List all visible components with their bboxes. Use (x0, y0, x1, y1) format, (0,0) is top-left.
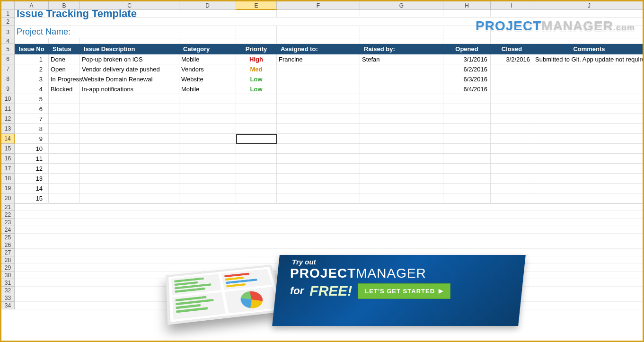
cell-description[interactable] (80, 104, 179, 114)
cell-blank[interactable] (360, 38, 443, 44)
cell-status[interactable] (49, 124, 80, 134)
row-header-33[interactable]: 33 (1, 294, 15, 302)
row-body[interactable] (15, 226, 643, 234)
cell-issue-no[interactable]: 4 (15, 84, 49, 94)
cell-comments[interactable] (533, 104, 644, 114)
cell-assigned[interactable] (277, 64, 360, 74)
cell-description[interactable]: Pop-up broken on iOS (80, 54, 179, 64)
row-body[interactable] (15, 241, 643, 249)
cell-comments[interactable]: Submitted to Git. App update not require… (533, 54, 644, 64)
cell-raised[interactable] (360, 114, 443, 124)
cell-assigned[interactable] (277, 174, 360, 184)
cell-issue-no[interactable]: 3 (15, 74, 49, 84)
cell-opened[interactable] (443, 184, 491, 193)
cell-issue-no[interactable]: 7 (15, 114, 49, 124)
cell-raised[interactable] (360, 184, 443, 193)
cell-assigned[interactable] (277, 144, 360, 154)
row-body[interactable] (15, 256, 643, 264)
row-header-22[interactable]: 22 (1, 211, 15, 219)
row-body[interactable] (15, 234, 643, 241)
cell-comments[interactable] (533, 193, 644, 203)
cell-issue-no[interactable]: 14 (15, 184, 49, 193)
row-body[interactable] (15, 287, 643, 294)
cell-status[interactable]: In Progress (49, 74, 80, 84)
row-body[interactable] (15, 264, 643, 272)
cell-issue-no[interactable]: 13 (15, 174, 49, 184)
cell-priority[interactable] (236, 193, 277, 203)
cell-assigned[interactable] (277, 134, 360, 144)
promo-cta-button[interactable]: LET'S GET STARTED ▶ (358, 283, 450, 299)
cell-assigned[interactable] (277, 164, 360, 174)
cell-priority[interactable] (236, 94, 277, 104)
col-header-H[interactable]: H (443, 1, 491, 10)
table-header-raised_by[interactable]: Raised by: (360, 44, 443, 54)
cell-comments[interactable] (533, 74, 644, 84)
cell-priority[interactable] (236, 184, 277, 193)
cell-comments[interactable] (533, 164, 644, 174)
row-header-13[interactable]: 13 (1, 124, 15, 134)
cell-raised[interactable] (360, 124, 443, 134)
cell-category[interactable] (179, 114, 236, 124)
row-header-19[interactable]: 19 (1, 184, 15, 193)
cell-closed[interactable] (491, 154, 533, 164)
cell-description[interactable] (80, 134, 179, 144)
cell-category[interactable] (179, 154, 236, 164)
cell-assigned[interactable] (277, 184, 360, 193)
row-header-24[interactable]: 24 (1, 226, 15, 234)
cell-priority[interactable]: High (236, 54, 277, 64)
table-header-closed[interactable]: Closed (491, 44, 533, 54)
cell-closed[interactable] (491, 64, 533, 74)
cell-status[interactable]: Done (49, 54, 80, 64)
cell-assigned[interactable] (277, 154, 360, 164)
cell-opened[interactable] (443, 94, 491, 104)
row-body[interactable] (15, 272, 643, 279)
cell-status[interactable] (49, 154, 80, 164)
row-header-32[interactable]: 32 (1, 287, 15, 294)
cell-category[interactable] (179, 193, 236, 203)
cell-status[interactable]: Open (49, 64, 80, 74)
cell-blank[interactable] (533, 38, 644, 44)
cell-description[interactable]: Vendor delivery date pushed (80, 64, 179, 74)
cell-priority[interactable]: Low (236, 74, 277, 84)
cell-comments[interactable] (533, 174, 644, 184)
cell-category[interactable]: Mobile (179, 84, 236, 94)
row-header-3[interactable]: 3 (1, 26, 15, 38)
table-header-opened[interactable]: Opened (443, 44, 491, 54)
row-header-9[interactable]: 9 (1, 84, 15, 94)
cell-status[interactable] (49, 193, 80, 203)
cell-closed[interactable] (491, 84, 533, 94)
row-body[interactable] (15, 302, 643, 309)
cell-raised[interactable] (360, 174, 443, 184)
cell-category[interactable] (179, 174, 236, 184)
cell-description[interactable] (80, 174, 179, 184)
cell-blank[interactable] (236, 26, 277, 38)
cell-closed[interactable] (491, 114, 533, 124)
cell-status[interactable] (49, 174, 80, 184)
table-header-assigned_to[interactable]: Assigned to: (277, 44, 360, 54)
cell-status[interactable] (49, 184, 80, 193)
cell-comments[interactable] (533, 134, 644, 144)
cell-closed[interactable] (491, 74, 533, 84)
cell-blank[interactable] (360, 10, 443, 18)
cell-closed[interactable] (491, 164, 533, 174)
table-header-category[interactable]: Category (179, 44, 236, 54)
table-header-status[interactable]: Status (49, 44, 80, 54)
cell-closed[interactable] (491, 193, 533, 203)
cell-priority[interactable] (236, 134, 277, 144)
cell-raised[interactable] (360, 94, 443, 104)
cell-assigned[interactable] (277, 94, 360, 104)
row-header-6[interactable]: 6 (1, 54, 15, 64)
cell-issue-no[interactable]: 6 (15, 104, 49, 114)
cell-blank[interactable] (360, 26, 443, 38)
cell-blank[interactable] (277, 26, 360, 38)
row-header-20[interactable]: 20 (1, 193, 15, 203)
row-header-28[interactable]: 28 (1, 256, 15, 264)
cell-category[interactable] (179, 124, 236, 134)
cell-blank[interactable] (443, 10, 491, 18)
cell-category[interactable] (179, 94, 236, 104)
row-body[interactable] (15, 211, 643, 219)
cell-assigned[interactable] (277, 104, 360, 114)
col-header-G[interactable]: G (360, 1, 443, 10)
cell-opened[interactable]: 3/1/2016 (443, 54, 491, 64)
cell-opened[interactable]: 6/4/2016 (443, 84, 491, 94)
